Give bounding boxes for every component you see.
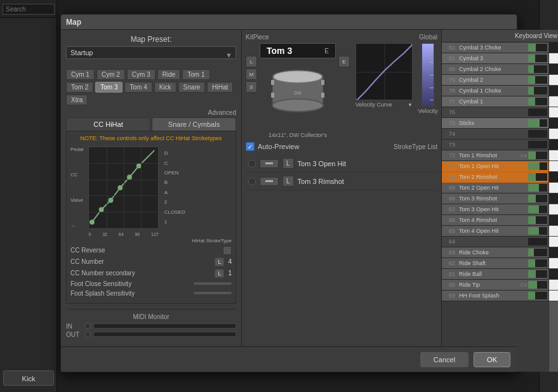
keyboard-row-73[interactable]: 73: [442, 140, 548, 150]
row-bar-80: [528, 65, 547, 73]
midi-monitor-section: MIDI Monitor IN OUT: [66, 309, 236, 338]
keyboard-row-81[interactable]: 81 Cymbal 3: [442, 53, 548, 64]
l-button[interactable]: L: [246, 56, 257, 67]
keyboard-row-68[interactable]: 68 Tom 3 Rimshot: [442, 193, 548, 204]
keyboard-row-70[interactable]: 70 Tom 2 Rimshot: [442, 172, 548, 183]
tab-snare-cymbals[interactable]: Snare / Cymbals: [152, 117, 236, 131]
e-button[interactable]: E: [338, 56, 350, 67]
kit-btn-cym3[interactable]: Cym 3: [127, 69, 156, 80]
cc-graph[interactable]: [88, 147, 158, 229]
kit-btn-snare[interactable]: Snare: [178, 82, 206, 93]
piano-key-59[interactable]: [549, 291, 558, 301]
row-num-66: 66: [443, 217, 457, 223]
kit-btn-tom2[interactable]: Tom 2: [66, 82, 93, 93]
stroke-radio-1[interactable]: [248, 178, 256, 185]
row-name-79: Cymbal 2: [457, 77, 528, 83]
row-bar-empty-74: [528, 130, 547, 138]
kit-btn-kick[interactable]: Kick: [154, 82, 176, 93]
foot-splash-slider[interactable]: [194, 292, 232, 294]
keyboard-row-61[interactable]: 61 Ride Ball: [442, 269, 548, 280]
midi-in-bar: [93, 323, 236, 329]
keyboard-row-71[interactable]: 71 Tom 1 Open Hit: [442, 161, 548, 172]
stroke-radio-0[interactable]: [248, 160, 256, 167]
keyboard-row-65[interactable]: 65 Tom 4 Open Hit: [442, 226, 548, 237]
piano-key-61[interactable]: [549, 269, 558, 280]
keyboard-row-69[interactable]: 69 Tom 2 Open Hit: [442, 183, 548, 193]
keyboard-list[interactable]: 82 Cymbal 3 Choke 81 Cymbal 3 80 Cymbal …: [442, 42, 548, 372]
piano-key-70[interactable]: [549, 172, 558, 183]
piano-key-74[interactable]: [549, 129, 558, 140]
keyboard-row-64[interactable]: 64: [442, 237, 548, 247]
piano-key-64[interactable]: [549, 237, 558, 247]
m-button[interactable]: M: [246, 69, 257, 80]
piano-key-75[interactable]: [549, 118, 558, 129]
keyboard-row-77[interactable]: 77 Cymbal 1: [442, 96, 548, 107]
kit-btn-tom3[interactable]: Tom 3: [95, 82, 123, 93]
keyboard-row-82[interactable]: 82 Cymbal 3 Choke: [442, 42, 548, 53]
row-num-82: 82: [443, 44, 457, 51]
stroke-mini-bar-fill-1: [265, 180, 273, 182]
piano-key-62[interactable]: [549, 258, 558, 269]
kit-btn-tom1[interactable]: Tom 1: [182, 69, 209, 80]
map-preset-select[interactable]: Startup: [66, 46, 236, 59]
foot-splash-label: Foot Splash Sensitivity: [70, 290, 190, 297]
foot-close-slider[interactable]: [194, 282, 232, 285]
kit-btn-xtra[interactable]: Xtra: [66, 95, 88, 105]
tab-cc-hihat[interactable]: CC HiHat: [66, 117, 150, 131]
keyboard-row-74[interactable]: 74: [442, 129, 548, 140]
piano-key-78[interactable]: [549, 86, 558, 96]
keyboard-row-80[interactable]: 80 Cymbal 2 Choke: [442, 64, 548, 75]
velocity-curve-arrow[interactable]: ▼: [408, 102, 413, 108]
piano-key-72[interactable]: [549, 150, 558, 161]
kit-btn-hihat[interactable]: HiHat: [207, 82, 233, 93]
kit-btn-ride[interactable]: Ride: [157, 69, 181, 80]
row-num-64: 64: [443, 238, 457, 245]
ok-button[interactable]: OK: [474, 352, 510, 367]
auto-preview-checkbox[interactable]: [246, 142, 255, 151]
piano-key-71[interactable]: [549, 161, 558, 172]
keyboard-row-75[interactable]: 75 Sticks: [442, 118, 548, 129]
e-controls: E: [338, 43, 350, 138]
keyboard-row-66[interactable]: 66 Tom 4 Rimshot: [442, 215, 548, 226]
piano-key-81[interactable]: [549, 53, 558, 64]
keyboard-row-63[interactable]: 63 Ride Choke: [442, 247, 548, 258]
kit-btn-cym2[interactable]: Cym 2: [96, 69, 125, 80]
kit-btn-tom4[interactable]: Tom 4: [124, 82, 152, 93]
svg-rect-10: [271, 80, 274, 85]
svg-point-9: [274, 71, 322, 82]
svg-rect-12: [271, 93, 274, 98]
piano-key-67[interactable]: [549, 204, 558, 215]
piano-key-79[interactable]: [549, 75, 558, 86]
keyboard-row-72[interactable]: 72 Tom 1 Rimshot C4: [442, 150, 548, 161]
row-name-61: Ride Ball: [457, 271, 528, 277]
piano-key-73[interactable]: [549, 140, 558, 150]
s-button[interactable]: S: [246, 81, 257, 93]
keyboard-row-76[interactable]: 76: [442, 107, 548, 118]
kit-btn-cym1[interactable]: Cym 1: [66, 69, 95, 80]
tom-name-edit-icon[interactable]: E: [324, 48, 329, 55]
keyboard-row-60[interactable]: 60 Ride Tip C3: [442, 280, 548, 291]
row-name-69: Tom 2 Open Hit: [457, 185, 528, 191]
piano-key-63[interactable]: [549, 247, 558, 258]
piano-key-82[interactable]: [549, 42, 558, 53]
piano-key-68[interactable]: [549, 193, 558, 204]
piano-key-60[interactable]: [549, 280, 558, 291]
keyboard-row-62[interactable]: 62 Ride Shaft: [442, 258, 548, 269]
keyboard-row-67[interactable]: 67 Tom 3 Open Hit: [442, 204, 548, 215]
search-input[interactable]: [3, 4, 55, 15]
piano-key-80[interactable]: [549, 64, 558, 75]
piano-key-69[interactable]: [549, 183, 558, 193]
kick-button[interactable]: Kick: [3, 370, 54, 386]
keyboard-row-79[interactable]: 79 Cymbal 2: [442, 75, 548, 86]
piano-key-77[interactable]: [549, 96, 558, 107]
velocity-label-bar: Velocity Curve ▼: [355, 101, 413, 108]
piano-key-65[interactable]: [549, 226, 558, 237]
keyboard-row-78[interactable]: 78 Cymbal 1 Choke: [442, 86, 548, 96]
piano-key-76[interactable]: [549, 107, 558, 118]
row-bar-fill-66: [528, 216, 536, 224]
cancel-button[interactable]: Cancel: [420, 352, 468, 367]
keyboard-row-59[interactable]: 59 HH Foot Splash: [442, 291, 548, 301]
cc-reverse-toggle[interactable]: [223, 246, 232, 255]
piano-key-66[interactable]: [549, 215, 558, 226]
row-bar-72: [528, 152, 547, 159]
